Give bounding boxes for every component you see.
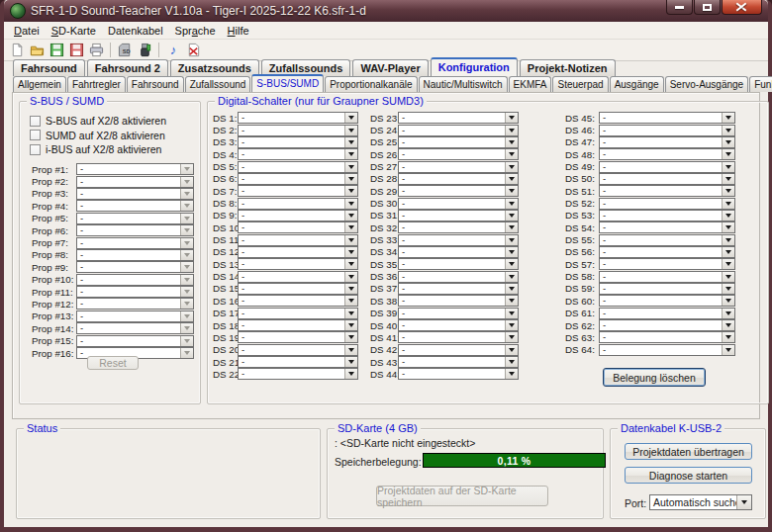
ds-combo-ds-16[interactable]: - xyxy=(238,295,358,307)
ds-combo-ds-64[interactable]: - xyxy=(599,344,735,356)
minimize-button[interactable] xyxy=(666,0,693,15)
prop-combo-3[interactable]: - xyxy=(76,188,194,200)
ds-combo-ds-35[interactable]: - xyxy=(398,258,519,270)
ds-combo-ds-37[interactable]: - xyxy=(398,283,519,295)
ds-combo-ds-17[interactable]: - xyxy=(238,308,358,319)
ds-combo-ds-15[interactable]: - xyxy=(238,283,358,295)
ds-combo-ds-28[interactable]: - xyxy=(398,173,519,185)
tab-zusatzsounds[interactable]: Zusatzsounds xyxy=(170,59,259,76)
ds-combo-ds-46[interactable]: - xyxy=(599,125,735,136)
ds-combo-ds-30[interactable]: - xyxy=(398,198,519,210)
save-to-sd-button[interactable]: Projektdaten auf der SD-Karte speichern xyxy=(376,486,548,506)
chevron-down-icon[interactable] xyxy=(180,348,193,358)
ds-combo-ds-31[interactable]: - xyxy=(398,210,519,222)
port-select[interactable]: Automatisch suchen xyxy=(649,494,752,510)
ds-combo-ds-33[interactable]: - xyxy=(398,234,519,246)
start-diagnosis-button[interactable]: Diagnose starten xyxy=(625,467,752,484)
menu-item-datenkabel[interactable]: Datenkabel xyxy=(102,24,169,38)
print-button[interactable] xyxy=(87,42,105,59)
new-file-button[interactable] xyxy=(8,42,26,59)
chevron-down-icon[interactable] xyxy=(722,113,734,123)
chevron-down-icon[interactable] xyxy=(344,296,357,306)
ds-combo-ds-26[interactable]: - xyxy=(398,148,519,160)
ds-combo-ds-51[interactable]: - xyxy=(599,185,735,197)
prop-combo-4[interactable]: - xyxy=(76,200,194,212)
chevron-down-icon[interactable] xyxy=(505,162,518,172)
ds-combo-ds-13[interactable]: - xyxy=(238,258,358,270)
ds-combo-ds-63[interactable]: - xyxy=(599,331,735,343)
chevron-down-icon[interactable] xyxy=(344,247,357,257)
chevron-down-icon[interactable] xyxy=(180,225,193,235)
chevron-down-icon[interactable] xyxy=(722,345,734,355)
checkbox-sumd-auf-x2-8-aktivieren[interactable] xyxy=(30,130,41,140)
ds-combo-ds-6[interactable]: - xyxy=(238,173,358,185)
menu-item-sprache[interactable]: Sprache xyxy=(169,24,222,38)
ds-combo-ds-54[interactable]: - xyxy=(599,222,735,233)
chevron-down-icon[interactable] xyxy=(736,495,751,509)
menu-item-datei[interactable]: Datei xyxy=(8,24,46,38)
chevron-down-icon[interactable] xyxy=(722,211,734,221)
chevron-down-icon[interactable] xyxy=(505,149,518,159)
chevron-down-icon[interactable] xyxy=(344,272,357,282)
chevron-down-icon[interactable] xyxy=(505,174,518,184)
chevron-down-icon[interactable] xyxy=(722,162,734,172)
ds-combo-ds-9[interactable]: - xyxy=(238,210,358,222)
prop-combo-2[interactable]: - xyxy=(76,176,194,188)
chevron-down-icon[interactable] xyxy=(505,247,518,257)
chevron-down-icon[interactable] xyxy=(505,222,518,232)
chevron-down-icon[interactable] xyxy=(344,259,357,269)
chevron-down-icon[interactable] xyxy=(722,247,734,257)
prop-combo-9[interactable]: - xyxy=(76,261,194,273)
chevron-down-icon[interactable] xyxy=(505,272,518,282)
chevron-down-icon[interactable] xyxy=(344,369,357,379)
tab-fahrsound[interactable]: Fahrsound xyxy=(13,59,85,76)
ds-combo-ds-22[interactable]: - xyxy=(238,368,358,380)
chevron-down-icon[interactable] xyxy=(344,174,357,184)
reset-button[interactable]: Reset xyxy=(87,356,139,370)
chevron-down-icon[interactable] xyxy=(180,189,193,199)
prop-combo-8[interactable]: - xyxy=(76,249,194,261)
chevron-down-icon[interactable] xyxy=(722,222,734,232)
ds-combo-ds-7[interactable]: - xyxy=(238,185,358,197)
chevron-down-icon[interactable] xyxy=(722,272,734,282)
tab-proportionalkanäle[interactable]: Proportionalkanäle xyxy=(325,76,417,92)
usb-cable-button[interactable] xyxy=(136,42,153,59)
save-project-button[interactable] xyxy=(48,42,65,59)
prop-combo-14[interactable]: - xyxy=(76,322,194,334)
ds-combo-ds-49[interactable]: - xyxy=(599,161,735,173)
ds-combo-ds-38[interactable]: - xyxy=(398,295,519,307)
tab-funktions-sequenzen[interactable]: Funktions-Sequenzen xyxy=(749,76,772,92)
ds-combo-ds-24[interactable]: - xyxy=(398,125,519,136)
chevron-down-icon[interactable] xyxy=(180,164,193,174)
chevron-down-icon[interactable] xyxy=(344,332,357,342)
tab-wav-player[interactable]: WAV-Player xyxy=(352,59,428,76)
close-button[interactable] xyxy=(722,0,762,15)
ds-combo-ds-42[interactable]: - xyxy=(398,344,519,356)
prop-combo-10[interactable]: - xyxy=(76,274,194,286)
tab-allgemein[interactable]: Allgemein xyxy=(13,76,66,92)
ds-combo-ds-44[interactable]: - xyxy=(398,368,519,380)
chevron-down-icon[interactable] xyxy=(722,259,734,269)
open-project-button[interactable] xyxy=(28,42,46,59)
chevron-down-icon[interactable] xyxy=(344,309,357,318)
tab-s-bus-sumd[interactable]: S-BUS/SUMD xyxy=(251,74,324,92)
ds-combo-ds-48[interactable]: - xyxy=(599,148,735,160)
ds-combo-ds-43[interactable]: - xyxy=(398,356,519,368)
ds-combo-ds-58[interactable]: - xyxy=(599,271,735,283)
prop-combo-7[interactable]: - xyxy=(76,237,194,249)
chevron-down-icon[interactable] xyxy=(180,177,193,187)
tab-fahrtregler[interactable]: Fahrtregler xyxy=(67,76,126,92)
chevron-down-icon[interactable] xyxy=(505,126,518,135)
ds-combo-ds-57[interactable]: - xyxy=(599,258,735,270)
transfer-project-button[interactable]: Projektdaten übertragen xyxy=(625,443,752,460)
chevron-down-icon[interactable] xyxy=(505,259,518,269)
save-as-button[interactable] xyxy=(67,42,85,59)
chevron-down-icon[interactable] xyxy=(180,323,193,333)
chevron-down-icon[interactable] xyxy=(505,235,518,245)
tab-servo-ausgänge[interactable]: Servo-Ausgänge xyxy=(665,76,749,92)
ds-combo-ds-8[interactable]: - xyxy=(238,198,358,210)
checkbox-i-bus-auf-x2-8-aktivieren[interactable] xyxy=(30,144,41,155)
ds-combo-ds-47[interactable]: - xyxy=(599,136,735,148)
ds-combo-ds-4[interactable]: - xyxy=(238,148,358,160)
prop-combo-13[interactable]: - xyxy=(76,310,194,322)
